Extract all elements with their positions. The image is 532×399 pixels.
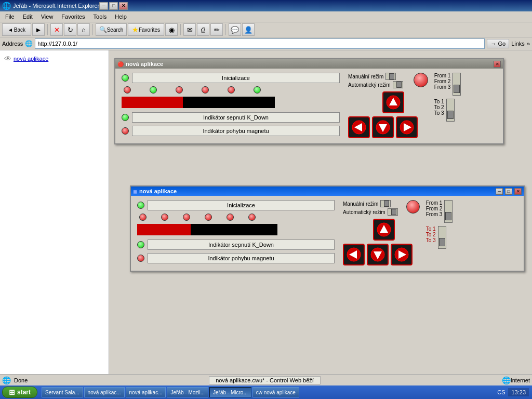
app2-kdown-row: Indikátor sepnutí K_Down bbox=[137, 240, 335, 250]
statusbar: 🌐 Done nová aplikace.cwu* - Control Web … bbox=[0, 374, 532, 385]
statusbar-left: Done bbox=[14, 377, 28, 383]
app1-magnet-box: Indikátor pohybu magnetu bbox=[132, 126, 340, 136]
statusbar-message: nová aplikace.cwu* - Control Web běží bbox=[209, 376, 321, 384]
go-arrow-icon: → bbox=[490, 41, 496, 47]
taskbar-item-0[interactable]: Servant Sala... bbox=[42, 387, 83, 397]
app1-manual-row: Manuální režim bbox=[348, 73, 403, 80]
menu-help[interactable]: Help bbox=[113, 12, 129, 21]
app2-from3-label: From 3 bbox=[426, 211, 443, 217]
app2-left-button[interactable] bbox=[343, 244, 365, 265]
app2-auto-label: Automatický režim bbox=[343, 209, 385, 215]
app2-inicializace-row: Inicializace bbox=[137, 200, 335, 210]
browser-titlebar: 🌐 Jeřáb - Microsoft Internet Explorer ─ … bbox=[0, 0, 532, 11]
app-window-1: 🔴 nová aplikace ✕ Inicializace bbox=[114, 58, 504, 144]
favorites-button[interactable]: ★ Favorites bbox=[128, 23, 164, 36]
app1-from3-label: From 3 bbox=[434, 84, 451, 90]
app2-manual-toggle[interactable] bbox=[380, 200, 391, 207]
menu-view[interactable]: View bbox=[39, 12, 56, 21]
app1-auto-row: Automatický režim bbox=[348, 81, 403, 88]
app-titlebar-2: ◼ nová aplikace ─ □ ✕ bbox=[131, 187, 524, 196]
taskbar-item-1[interactable]: nová aplikac... bbox=[84, 387, 125, 397]
app1-led1 bbox=[124, 86, 131, 94]
app2-manual-label: Manuální režim bbox=[343, 201, 378, 207]
search-button[interactable]: 🔍 Search bbox=[96, 23, 127, 36]
app2-right-button[interactable] bbox=[391, 244, 413, 265]
browser-window: 🌐 Jeřáb - Microsoft Internet Explorer ─ … bbox=[0, 0, 532, 399]
taskbar-item-5[interactable]: cw nová aplikace bbox=[252, 387, 299, 397]
go-button[interactable]: → Go bbox=[487, 39, 509, 48]
app2-icon: ◼ bbox=[133, 189, 137, 194]
app2-minimize-button[interactable]: ─ bbox=[496, 188, 503, 195]
app2-close-button[interactable]: ✕ bbox=[514, 188, 522, 195]
app2-auto-toggle[interactable] bbox=[388, 208, 398, 216]
back-arrow-icon: ◄ bbox=[8, 27, 13, 33]
minimize-button[interactable]: ─ bbox=[99, 2, 108, 10]
app2-content: Inicializace bbox=[131, 196, 524, 271]
links-label[interactable]: Links bbox=[511, 41, 525, 47]
app2-from-to: From 1 From 2 From 3 To 1 bbox=[426, 200, 453, 267]
discuss-button[interactable]: 💬 bbox=[229, 23, 241, 36]
sidebar-link[interactable]: nová aplikace bbox=[14, 56, 48, 62]
app2-led4 bbox=[205, 214, 212, 221]
print-button[interactable]: ⎙ bbox=[197, 23, 209, 36]
address-input[interactable] bbox=[35, 38, 485, 49]
browser-title: Jeřáb - Microsoft Internet Explorer bbox=[13, 3, 99, 9]
app1-multi-led-row bbox=[122, 86, 340, 94]
app1-left-button[interactable] bbox=[348, 116, 370, 138]
app2-led5 bbox=[227, 214, 234, 221]
history-button[interactable]: ◉ bbox=[165, 23, 178, 36]
app1-title: nová aplikace bbox=[126, 61, 493, 67]
app2-inicializace-box: Inicializace bbox=[148, 200, 335, 210]
refresh-button[interactable]: ↻ bbox=[64, 23, 76, 36]
taskbar-item-4[interactable]: Jeřáb - Micro... bbox=[209, 387, 251, 397]
statusbar-center-area: nová aplikace.cwu* - Control Web běží bbox=[28, 376, 501, 384]
app2-arrow-row bbox=[343, 244, 420, 265]
star-icon: ★ bbox=[132, 25, 139, 34]
app1-auto-toggle[interactable] bbox=[393, 81, 403, 88]
app2-from-slider[interactable] bbox=[444, 200, 453, 223]
maximize-button[interactable]: □ bbox=[109, 2, 118, 10]
app1-manual-toggle[interactable] bbox=[385, 73, 396, 80]
app1-led-inicializace bbox=[122, 74, 129, 82]
menu-favorites[interactable]: Favorites bbox=[59, 12, 87, 21]
app1-up-button[interactable] bbox=[382, 91, 404, 113]
back-button[interactable]: ◄ Back bbox=[2, 23, 31, 36]
mail-button[interactable]: ✉ bbox=[183, 23, 196, 36]
app2-progress-fill bbox=[137, 224, 191, 235]
app1-magnet-row: Indikátor pohybu magnetu bbox=[122, 126, 340, 136]
app2-progress-bar bbox=[137, 224, 277, 235]
app2-down-button[interactable] bbox=[367, 244, 389, 265]
home-button[interactable]: ⌂ bbox=[77, 23, 90, 36]
app1-close-button[interactable]: ✕ bbox=[494, 61, 501, 68]
app2-to-slider[interactable] bbox=[438, 226, 446, 249]
app2-led-kdown bbox=[137, 241, 144, 248]
app1-down-button[interactable] bbox=[372, 116, 394, 138]
edit-button[interactable]: ✏ bbox=[210, 23, 223, 36]
taskbar-item-3[interactable]: Jeřáb - Mozil... bbox=[167, 387, 208, 397]
menu-file[interactable]: File bbox=[3, 12, 17, 21]
taskbar-clock: 13:23 bbox=[508, 388, 529, 396]
app2-mode-panel: Manuální režim Automatický režim bbox=[343, 200, 398, 216]
app1-kdown-box: Indikátor sepnutí K_Down bbox=[132, 112, 340, 123]
stop-button[interactable]: ✕ bbox=[50, 23, 63, 36]
messenger-button[interactable]: 👤 bbox=[242, 23, 255, 36]
menu-tools[interactable]: Tools bbox=[91, 12, 109, 21]
app2-from-group: From 1 From 2 From 3 bbox=[426, 200, 453, 223]
taskbar-items: Servant Sala... nová aplikac... nová apl… bbox=[42, 387, 492, 397]
close-button[interactable]: ✕ bbox=[119, 2, 128, 10]
ie-icon: 🌐 bbox=[2, 2, 11, 10]
menu-edit[interactable]: Edit bbox=[21, 12, 35, 21]
app1-mode-panel: Manuální režim Automatický režim bbox=[348, 73, 403, 88]
forward-button[interactable]: ► bbox=[32, 23, 45, 36]
app2-maximize-button[interactable]: □ bbox=[505, 188, 512, 195]
app1-status-led bbox=[414, 73, 428, 87]
app2-led-magnet bbox=[137, 255, 144, 262]
taskbar-item-2[interactable]: nová aplikac... bbox=[126, 387, 166, 397]
start-button[interactable]: ⊞ start bbox=[2, 387, 37, 398]
app1-to-slider[interactable] bbox=[446, 99, 455, 122]
app1-from-slider[interactable] bbox=[453, 73, 461, 96]
app1-right-button[interactable] bbox=[396, 116, 418, 138]
back-label: Back bbox=[14, 27, 25, 33]
app2-up-button[interactable] bbox=[373, 219, 395, 241]
addressbar: Address 🌐 → Go Links » bbox=[0, 37, 532, 50]
